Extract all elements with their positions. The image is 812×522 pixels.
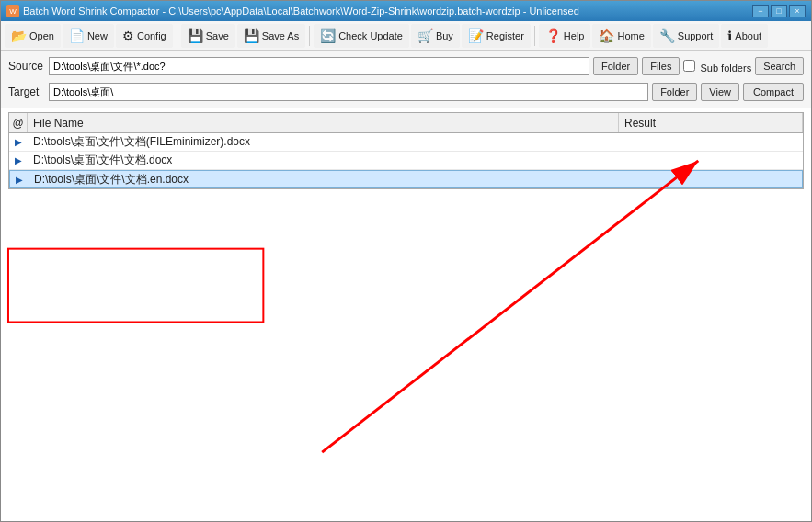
- help-label: Help: [564, 30, 585, 41]
- content-area: @ File Name Result ▶ D:\tools\桌面\文件\文档(F…: [1, 108, 811, 521]
- new-button[interactable]: 📄 New: [63, 24, 114, 48]
- help-icon: ❓: [545, 28, 561, 43]
- about-icon: ℹ: [727, 28, 732, 43]
- row-1-at: ▶: [9, 133, 28, 151]
- row-2-at: ▶: [9, 152, 28, 169]
- source-folder-button[interactable]: Folder: [593, 57, 638, 75]
- separator-3: [534, 26, 535, 46]
- config-icon: ⚙: [122, 28, 134, 43]
- header-filename: File Name: [28, 113, 619, 132]
- row-3-arrow: ▶: [16, 175, 23, 185]
- view-button[interactable]: View: [701, 83, 739, 101]
- source-input[interactable]: [49, 57, 589, 75]
- buy-button[interactable]: 🛒 Buy: [411, 24, 460, 48]
- row-2-arrow: ▶: [15, 155, 22, 165]
- config-label: Config: [137, 30, 166, 41]
- row-2-filename: D:\tools\桌面\文件\文档.docx: [28, 152, 619, 169]
- source-label: Source: [8, 60, 45, 73]
- svg-line-1: [322, 161, 698, 452]
- check-update-icon: 🔄: [320, 28, 336, 43]
- about-button[interactable]: ℹ About: [721, 24, 768, 48]
- row-3-at: ▶: [10, 171, 29, 187]
- app-window: W Batch Word Shrink Compactor - C:\Users…: [0, 0, 812, 522]
- svg-rect-0: [8, 249, 263, 323]
- open-button[interactable]: 📂 Open: [5, 24, 61, 48]
- toolbar: 📂 Open 📄 New ⚙ Config 💾 Save 💾 Save As 🔄…: [1, 21, 811, 51]
- save-as-icon: 💾: [244, 28, 259, 43]
- compact-button[interactable]: Compact: [743, 83, 804, 101]
- file-table: @ File Name Result ▶ D:\tools\桌面\文件\文档(F…: [8, 112, 804, 189]
- save-as-label: Save As: [262, 30, 299, 41]
- target-row: Target Folder View Compact: [8, 80, 804, 104]
- table-row[interactable]: ▶ D:\tools\桌面\文件\文档.docx: [9, 152, 803, 170]
- target-label: Target: [8, 85, 45, 98]
- buy-label: Buy: [436, 30, 453, 41]
- separator-2: [309, 26, 310, 46]
- save-label: Save: [206, 30, 229, 41]
- source-files-button[interactable]: Files: [642, 57, 680, 75]
- row-1-result: [619, 133, 803, 151]
- new-label: New: [87, 30, 108, 41]
- table-row[interactable]: ▶ D:\tools\桌面\文件\文档(FILEminimizer).docx: [9, 133, 803, 152]
- row-3-filename: D:\tools\桌面\文件\文档.en.docx: [29, 171, 618, 187]
- save-icon: 💾: [188, 28, 203, 43]
- help-button[interactable]: ❓ Help: [539, 24, 591, 48]
- minimize-button[interactable]: −: [752, 5, 769, 17]
- about-label: About: [735, 30, 761, 41]
- window-controls: − □ ×: [752, 5, 806, 17]
- home-icon: 🏠: [599, 28, 614, 43]
- table-row[interactable]: ▶ D:\tools\桌面\文件\文档.en.docx: [9, 170, 803, 188]
- support-icon: 🔧: [659, 28, 675, 43]
- subfolders-checkbox[interactable]: [683, 60, 695, 72]
- buy-icon: 🛒: [417, 28, 433, 43]
- source-row: Source Folder Files Sub folders Search: [8, 54, 804, 78]
- close-button[interactable]: ×: [789, 5, 806, 17]
- target-input[interactable]: [49, 83, 648, 101]
- check-update-button[interactable]: 🔄 Check Update: [314, 24, 409, 48]
- maximize-button[interactable]: □: [771, 5, 787, 17]
- save-button[interactable]: 💾 Save: [181, 24, 235, 48]
- header-at: @: [9, 113, 28, 132]
- support-button[interactable]: 🔧 Support: [653, 24, 720, 48]
- target-folder-button[interactable]: Folder: [652, 83, 697, 101]
- header-result: Result: [619, 113, 803, 132]
- home-button[interactable]: 🏠 Home: [592, 24, 650, 48]
- app-icon: W: [6, 5, 19, 17]
- title-bar: W Batch Word Shrink Compactor - C:\Users…: [1, 1, 811, 21]
- table-body: ▶ D:\tools\桌面\文件\文档(FILEminimizer).docx …: [9, 133, 803, 188]
- support-label: Support: [678, 30, 714, 41]
- register-icon: 📝: [468, 28, 484, 43]
- subfolders-label: Sub folders: [683, 60, 751, 74]
- separator-1: [177, 26, 177, 46]
- title-bar-left: W Batch Word Shrink Compactor - C:\Users…: [6, 5, 579, 17]
- window-title: Batch Word Shrink Compactor - C:\Users\p…: [23, 6, 579, 17]
- register-button[interactable]: 📝 Register: [462, 24, 531, 48]
- open-icon: 📂: [11, 28, 27, 43]
- form-area: Source Folder Files Sub folders Search T…: [1, 51, 811, 108]
- row-1-filename: D:\tools\桌面\文件\文档(FILEminimizer).docx: [28, 133, 619, 151]
- subfolders-text: Sub folders: [700, 62, 751, 74]
- register-label: Register: [486, 30, 524, 41]
- new-icon: 📄: [69, 28, 85, 43]
- config-button[interactable]: ⚙ Config: [116, 24, 173, 48]
- row-3-result: [618, 171, 802, 187]
- row-1-arrow: ▶: [15, 137, 22, 147]
- home-label: Home: [617, 30, 644, 41]
- open-label: Open: [29, 30, 54, 41]
- search-button[interactable]: Search: [755, 57, 804, 75]
- save-as-button[interactable]: 💾 Save As: [237, 24, 305, 48]
- row-2-result: [619, 152, 803, 169]
- check-update-label: Check Update: [338, 30, 403, 41]
- table-header: @ File Name Result: [9, 113, 803, 133]
